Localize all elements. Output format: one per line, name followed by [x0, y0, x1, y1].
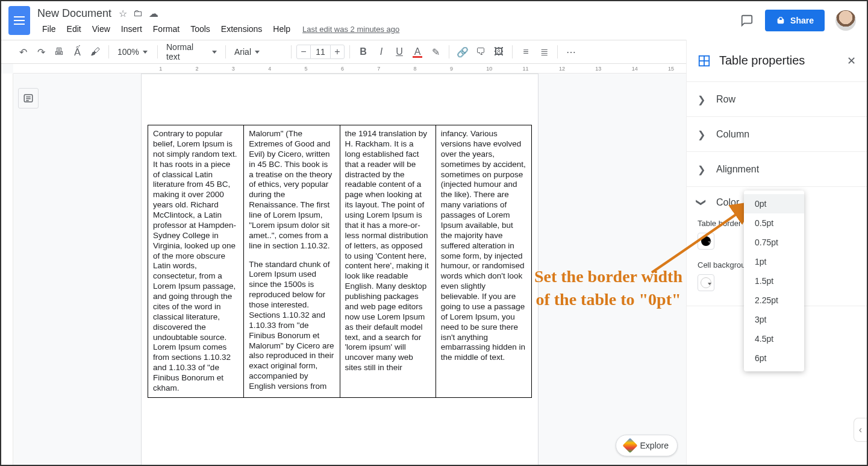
document-title[interactable]: New Document	[37, 7, 111, 20]
cloud-status-icon[interactable]: ☁	[149, 8, 158, 19]
table-row: Contrary to popular belief, Lorem Ipsum …	[148, 125, 532, 398]
horizontal-ruler: 123456789101112131415	[13, 64, 686, 74]
border-width-option[interactable]: 4.5pt	[744, 329, 804, 348]
border-width-dropdown: 0pt0.5pt0.75pt1pt1.5pt2.25pt3pt4.5pt6pt	[744, 190, 804, 371]
border-width-option[interactable]: 0.75pt	[744, 233, 804, 252]
side-panel-collapse-tab[interactable]: ‹	[854, 418, 867, 442]
undo-button[interactable]: ↶	[14, 43, 31, 60]
document-page[interactable]: Contrary to popular belief, Lorem Ipsum …	[141, 74, 539, 465]
border-width-option[interactable]: 6pt	[744, 348, 804, 368]
table-border-color-swatch[interactable]	[698, 233, 714, 250]
border-width-option[interactable]: 2.25pt	[744, 291, 804, 310]
panel-row-column[interactable]: ❯ Column	[687, 117, 867, 152]
panel-row-row[interactable]: ❯ Row	[687, 82, 867, 117]
border-width-option[interactable]: 1.5pt	[744, 271, 804, 291]
star-icon[interactable]: ☆	[119, 8, 127, 19]
insert-image-button[interactable]: 🖼	[490, 43, 507, 60]
paint-format-button[interactable]: 🖌	[87, 43, 104, 60]
menu-insert[interactable]: Insert	[116, 23, 147, 35]
border-width-option[interactable]: 0.5pt	[744, 213, 804, 233]
border-width-option[interactable]: 3pt	[744, 310, 804, 329]
print-button[interactable]: 🖶	[51, 43, 67, 60]
menu-bar: File Edit View Insert Format Tools Exten…	[37, 23, 740, 35]
last-edit-status[interactable]: Last edit was 2 minutes ago	[302, 25, 399, 34]
more-button[interactable]: ⋯	[563, 43, 579, 60]
menu-file[interactable]: File	[37, 23, 61, 35]
insert-link-button[interactable]: 🔗	[454, 43, 471, 60]
bold-button[interactable]: B	[355, 43, 372, 60]
table-cell[interactable]: the 1914 translation by H. Rackham. It i…	[340, 125, 436, 398]
account-avatar[interactable]	[835, 10, 856, 31]
zoom-select[interactable]: 100%	[114, 44, 152, 60]
chevron-right-icon: ❯	[698, 164, 705, 175]
chevron-down-icon: ❯	[696, 198, 707, 206]
table-cell[interactable]: Contrary to popular belief, Lorem Ipsum …	[148, 125, 244, 398]
redo-button[interactable]: ↷	[33, 43, 49, 60]
explore-button[interactable]: Explore	[616, 435, 678, 456]
font-size-control: − 11 +	[296, 45, 345, 59]
chevron-down-icon	[143, 51, 148, 54]
border-width-option[interactable]: 0pt	[744, 194, 804, 213]
table-cell[interactable]: Malorum" (The Extremes of Good and Evil)…	[244, 125, 340, 398]
share-button[interactable]: Share	[765, 10, 825, 31]
font-size-value[interactable]: 11	[311, 45, 330, 59]
text-color-button[interactable]: A	[409, 43, 426, 60]
align-button[interactable]: ≡	[517, 43, 534, 60]
insert-comment-button[interactable]: 🗨	[472, 43, 489, 60]
line-spacing-button[interactable]: ≣	[535, 43, 552, 60]
explore-label: Explore	[640, 441, 669, 450]
menu-help[interactable]: Help	[268, 23, 295, 35]
explore-icon	[622, 438, 637, 453]
border-width-option[interactable]: 1pt	[744, 252, 804, 271]
document-table[interactable]: Contrary to popular belief, Lorem Ipsum …	[148, 125, 532, 398]
title-zone: New Document ☆ 🗀 ☁ File Edit View Insert…	[37, 1, 740, 40]
chevron-right-icon: ❯	[698, 129, 705, 140]
document-outline-button[interactable]	[18, 88, 39, 109]
chevron-right-icon: ❯	[698, 94, 705, 105]
app-bar: New Document ☆ 🗀 ☁ File Edit View Insert…	[1, 1, 867, 40]
table-cell[interactable]: infancy. Various versions have evolved o…	[436, 125, 531, 398]
svg-rect-0	[778, 20, 783, 24]
cell-background-color-swatch[interactable]	[698, 274, 714, 291]
menu-edit[interactable]: Edit	[62, 23, 86, 35]
menu-view[interactable]: View	[87, 23, 115, 35]
panel-title: Table properties	[719, 54, 838, 68]
font-size-decrease[interactable]: −	[296, 45, 311, 59]
font-size-increase[interactable]: +	[330, 45, 345, 59]
move-icon[interactable]: 🗀	[133, 8, 143, 19]
share-label: Share	[790, 16, 814, 25]
table-icon	[698, 54, 711, 68]
comments-icon[interactable]	[740, 13, 754, 28]
panel-row-alignment[interactable]: ❯ Alignment	[687, 152, 867, 187]
docs-logo[interactable]	[1, 1, 37, 40]
chevron-down-icon	[212, 51, 217, 54]
spellcheck-button[interactable]: Ấ	[69, 43, 86, 60]
menu-extensions[interactable]: Extensions	[216, 23, 267, 35]
italic-button[interactable]: I	[373, 43, 390, 60]
close-panel-button[interactable]: ✕	[847, 54, 856, 68]
underline-button[interactable]: U	[391, 43, 408, 60]
menu-format[interactable]: Format	[148, 23, 184, 35]
font-family-select[interactable]: Arial	[231, 44, 286, 60]
paragraph-style-select[interactable]: Normal text	[163, 44, 220, 60]
chevron-down-icon	[255, 51, 260, 54]
vertical-ruler	[1, 74, 13, 465]
menu-tools[interactable]: Tools	[186, 23, 215, 35]
highlight-button[interactable]: ✎	[427, 43, 444, 60]
document-workspace: 123456789101112131415 Contrary to popula…	[1, 64, 686, 465]
